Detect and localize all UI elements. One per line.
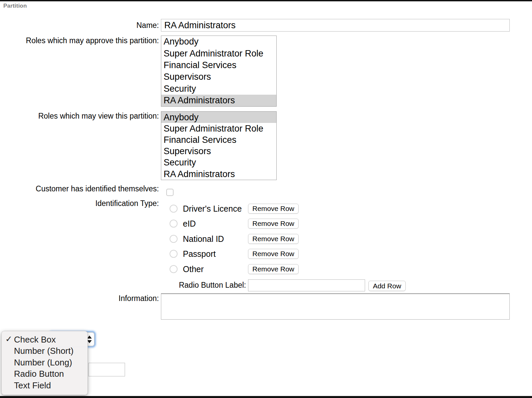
remove-row-button[interactable]: Remove Row: [248, 204, 299, 214]
approve-roles-listbox[interactable]: Anybody Super Administrator Role Financi…: [161, 36, 277, 107]
radio-button-icon[interactable]: [170, 205, 178, 213]
view-option[interactable]: Supervisors: [161, 146, 276, 157]
approve-option-selected[interactable]: RA Administrators: [161, 95, 276, 106]
menu-item-label: Radio Button: [14, 369, 64, 379]
menu-item-number-long[interactable]: Number (Long): [2, 357, 87, 368]
remove-row-button[interactable]: Remove Row: [248, 234, 299, 244]
identification-row: eID Remove Row: [170, 218, 309, 229]
select-stepper-icon: [87, 333, 92, 346]
approve-roles-label: Roles which may approve this partition:: [0, 36, 159, 45]
remove-row-button[interactable]: Remove Row: [248, 249, 299, 259]
identification-row: Driver's Licence Remove Row: [170, 203, 309, 214]
field-label-input[interactable]: [88, 363, 125, 376]
view-option[interactable]: Security: [161, 157, 276, 168]
menu-item-label: Text Field: [14, 380, 51, 391]
radio-button-label-input[interactable]: [248, 279, 365, 291]
menu-item-number-short[interactable]: Number (Short): [2, 346, 87, 357]
checkmark-icon: ✓: [5, 335, 12, 344]
identification-option-label: Passport: [183, 249, 216, 259]
customer-identified-checkbox[interactable]: [166, 189, 174, 196]
view-roles-label: Roles which may view this partition:: [0, 112, 159, 121]
identification-option-label: Driver's Licence: [183, 204, 242, 214]
menu-item-check-box[interactable]: ✓ Check Box: [2, 334, 87, 346]
information-textarea[interactable]: [161, 293, 510, 320]
view-option-selected[interactable]: Anybody: [161, 112, 276, 123]
add-row-button[interactable]: Add Row: [368, 281, 406, 291]
identification-option-label: Other: [183, 264, 204, 274]
view-option[interactable]: Super Administrator Role: [161, 123, 276, 134]
field-type-dropdown-menu: ✓ Check Box Number (Short) Number (Long)…: [1, 331, 88, 395]
radio-button-icon[interactable]: [170, 235, 178, 243]
approve-option[interactable]: Security: [161, 83, 276, 95]
approve-option[interactable]: Anybody: [161, 36, 276, 48]
identification-row: Passport Remove Row: [170, 249, 309, 259]
identification-row: National ID Remove Row: [170, 234, 309, 244]
identification-option-label: National ID: [183, 234, 224, 244]
identification-row: Other Remove Row: [170, 264, 309, 274]
remove-row-button[interactable]: Remove Row: [248, 264, 299, 274]
radio-button-icon[interactable]: [170, 250, 178, 258]
remove-row-button[interactable]: Remove Row: [248, 219, 299, 229]
menu-item-label: Number (Short): [14, 346, 73, 356]
menu-item-label: Check Box: [14, 335, 56, 345]
radio-button-icon[interactable]: [170, 265, 178, 273]
top-border: [0, 0, 532, 1]
name-label: Name:: [0, 19, 159, 32]
approve-option[interactable]: Super Administrator Role: [161, 48, 276, 59]
view-roles-listbox[interactable]: Anybody Super Administrator Role Financi…: [161, 111, 277, 180]
radio-button-label-label: Radio Button Label:: [0, 281, 246, 290]
bottom-border: [0, 396, 532, 398]
radio-button-icon[interactable]: [170, 220, 178, 228]
view-option[interactable]: RA Administrators: [161, 168, 276, 180]
menu-item-label: Number (Long): [14, 357, 72, 368]
information-label: Information:: [0, 294, 159, 303]
identification-type-label: Identification Type:: [0, 199, 159, 208]
identification-option-label: eID: [183, 219, 196, 229]
view-option[interactable]: Financial Services: [161, 134, 276, 146]
menu-item-radio-button[interactable]: Radio Button: [2, 368, 87, 380]
name-input[interactable]: RA Administrators: [161, 19, 510, 32]
section-title: Partition: [3, 3, 27, 9]
chevron-up-icon: [87, 336, 92, 339]
approve-option[interactable]: Financial Services: [161, 59, 276, 71]
menu-item-text-field[interactable]: Text Field: [2, 380, 87, 391]
customer-identified-label: Customer has identified themselves:: [0, 184, 159, 193]
chevron-down-icon: [87, 340, 92, 343]
approve-option[interactable]: Supervisors: [161, 71, 276, 83]
